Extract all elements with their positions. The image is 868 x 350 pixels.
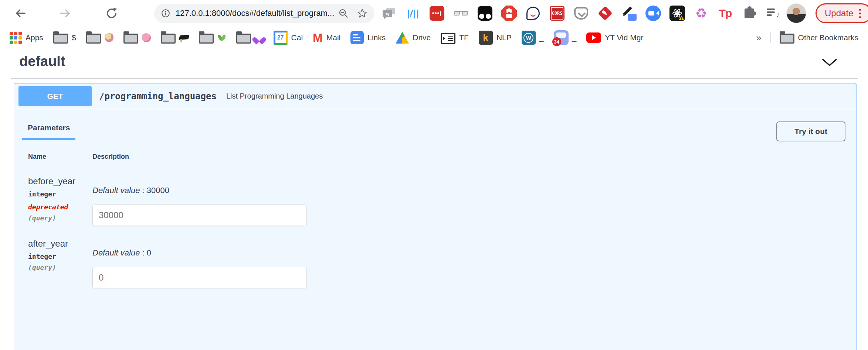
tp-extension-icon[interactable]: Tp	[717, 4, 733, 22]
apps-grid-icon	[10, 32, 22, 44]
folder-icon	[780, 34, 794, 44]
folder-icon	[86, 34, 101, 44]
chat-assistant-extension-icon[interactable]: a	[381, 4, 397, 22]
carousel-horse-emoji-icon	[105, 33, 113, 42]
default-value-line: Default value : 0	[92, 248, 845, 258]
browser-toolbar: 127.0.0.1:8000/docs#/default/list_progra…	[0, 0, 868, 27]
dark-dots-extension-icon[interactable]	[477, 4, 493, 22]
bookmark-star-icon[interactable]	[357, 8, 368, 19]
extensions-puzzle-icon[interactable]	[741, 4, 757, 22]
bookmarks-overflow-button[interactable]: »	[756, 32, 761, 44]
herb-emoji-icon	[217, 33, 226, 42]
cors-extension-icon[interactable]: CORS	[549, 4, 565, 22]
google-calendar-icon: 27	[274, 31, 288, 45]
bookmark-folder-graduation[interactable]	[161, 32, 189, 44]
recycle-extension-icon[interactable]: ♻	[693, 4, 709, 22]
parameter-location: (query)	[28, 264, 92, 271]
before-year-input[interactable]	[92, 205, 307, 226]
graduation-cap-emoji-icon	[179, 34, 189, 42]
section-title: default	[19, 54, 65, 69]
folder-icon	[199, 34, 214, 44]
browser-update-button[interactable]: Update	[816, 3, 868, 23]
3d-glasses-extension-icon[interactable]	[453, 4, 469, 22]
divider	[11, 78, 858, 79]
folder-icon	[161, 34, 176, 44]
bookmark-folder-brain[interactable]	[123, 32, 151, 44]
swagger-page: default GET /programming_languages List …	[0, 49, 868, 350]
bookmark-apps[interactable]: Apps	[10, 32, 43, 44]
back-arrow-icon	[14, 7, 27, 20]
other-bookmarks[interactable]: Other Bookmarks	[780, 32, 858, 44]
divider	[770, 32, 771, 43]
chevron-down-icon	[821, 57, 838, 68]
parameter-name: after_year	[28, 239, 92, 249]
deprecated-flag: deprecated	[28, 203, 92, 211]
red-diamond-extension-icon[interactable]	[597, 4, 613, 22]
zoom-app-extension-icon[interactable]	[645, 4, 661, 22]
forward-button[interactable]	[57, 5, 74, 21]
react-devtools-extension-icon[interactable]: !	[669, 4, 685, 22]
bookmark-yt-vid-mgr[interactable]: YT Vid Mgr	[586, 32, 643, 43]
bookmark-folder-carousel[interactable]	[86, 32, 113, 44]
bookmark-mail-app[interactable]: 34 _	[554, 30, 577, 45]
try-it-out-button[interactable]: Try it out	[776, 121, 845, 141]
tab-header-row: Parameters Try it out	[14, 109, 857, 143]
kaggle-icon: k	[479, 31, 493, 45]
folder-icon	[123, 34, 138, 44]
http-method-badge[interactable]: GET	[18, 86, 92, 106]
parameter-location: (query)	[28, 214, 92, 222]
after-year-input[interactable]	[92, 267, 307, 288]
parameter-row-after-year: after_year integer (query) Default value…	[28, 230, 845, 288]
gmail-icon: M	[313, 32, 323, 44]
wordpress-icon: W	[522, 31, 536, 45]
back-button[interactable]	[12, 5, 28, 21]
flashcards-icon	[441, 33, 455, 44]
lastpass-extension-icon[interactable]: •••|	[429, 4, 445, 22]
forward-arrow-icon	[59, 7, 72, 20]
unread-badge: 34	[552, 37, 561, 46]
default-value-line: Default value : 30000	[92, 186, 845, 195]
mail-app-badge-icon: 34	[554, 30, 569, 45]
slashes-extension-icon[interactable]: |/||	[405, 4, 421, 22]
table-header-row: Name Description	[28, 153, 845, 167]
pocket-extension-icon[interactable]	[573, 4, 589, 22]
site-info-icon[interactable]	[161, 8, 170, 18]
endpoint-summary: List Programming Languages	[226, 92, 323, 100]
folder-icon	[236, 34, 251, 44]
parameters-table: Name Description before_year integer dep…	[14, 143, 857, 288]
bookmark-folder-purple-heart[interactable]	[236, 32, 264, 44]
bookmark-folder-herb[interactable]	[199, 32, 226, 44]
bookmarks-bar: Apps $ 27 Cal M Mail Links	[0, 27, 868, 49]
playlist-queue-icon[interactable]: ♪	[765, 4, 781, 22]
bookmark-calendar[interactable]: 27 Cal	[274, 31, 303, 45]
bookmark-wordpress[interactable]: W _	[522, 31, 544, 45]
bookmark-drive[interactable]: Drive	[396, 32, 431, 44]
youtube-icon	[586, 32, 601, 43]
zoom-out-icon[interactable]	[338, 8, 349, 18]
name-column-header: Name	[28, 153, 92, 161]
folder-icon	[53, 34, 68, 44]
bookmark-folder-dollar[interactable]: $	[53, 32, 76, 44]
adblock-extension-icon[interactable]	[501, 4, 517, 22]
address-bar[interactable]: 127.0.0.1:8000/docs#/default/list_progra…	[154, 4, 374, 23]
bookmark-mail[interactable]: M Mail	[313, 32, 340, 44]
reload-button[interactable]	[104, 5, 120, 21]
url-text: 127.0.0.1:8000/docs#/default/list_progra…	[176, 8, 334, 18]
kebab-menu-icon[interactable]	[859, 9, 861, 18]
bookmark-links[interactable]: Links	[350, 31, 386, 44]
links-icon	[350, 31, 364, 44]
opblock-get-programming-languages: GET /programming_languages List Programm…	[14, 83, 857, 350]
smile-bubble-extension-icon[interactable]	[525, 4, 541, 22]
bookmark-nlp[interactable]: k NLP	[479, 31, 512, 45]
tab-parameters[interactable]: Parameters	[22, 123, 75, 140]
bookmark-tf[interactable]: TF	[441, 32, 469, 44]
parameter-type: integer	[28, 253, 92, 260]
parameter-row-before-year: before_year integer deprecated (query) D…	[28, 167, 845, 226]
description-column-header: Description	[92, 153, 129, 161]
endpoint-summary-row[interactable]: GET /programming_languages List Programm…	[14, 83, 857, 109]
extensions-row: a |/|| •••| CORS	[381, 4, 781, 22]
parameter-type: integer	[28, 190, 92, 198]
profile-avatar[interactable]	[787, 4, 806, 23]
eyedropper-extension-icon[interactable]	[621, 4, 637, 22]
collapse-section-button[interactable]	[821, 57, 838, 69]
